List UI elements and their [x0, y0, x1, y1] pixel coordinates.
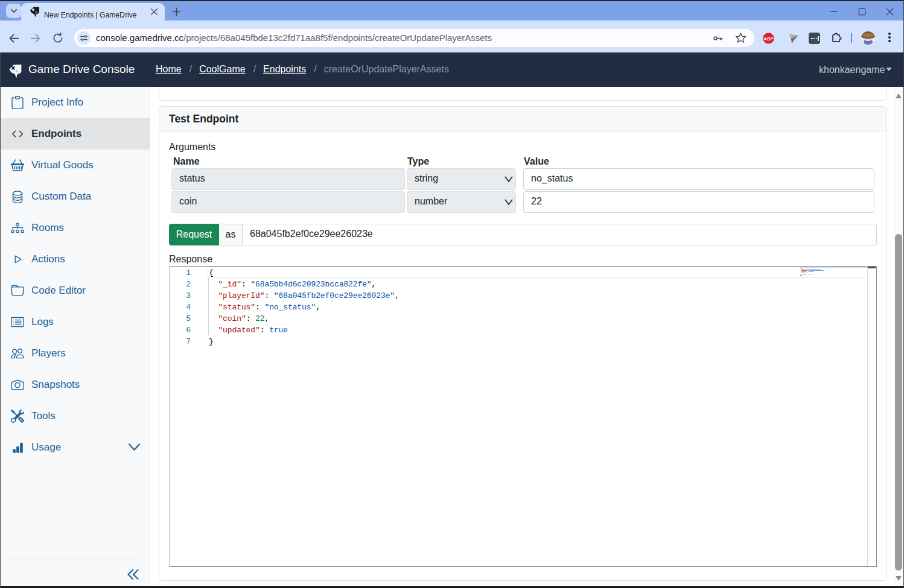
svg-text:ABP: ABP	[764, 36, 774, 42]
